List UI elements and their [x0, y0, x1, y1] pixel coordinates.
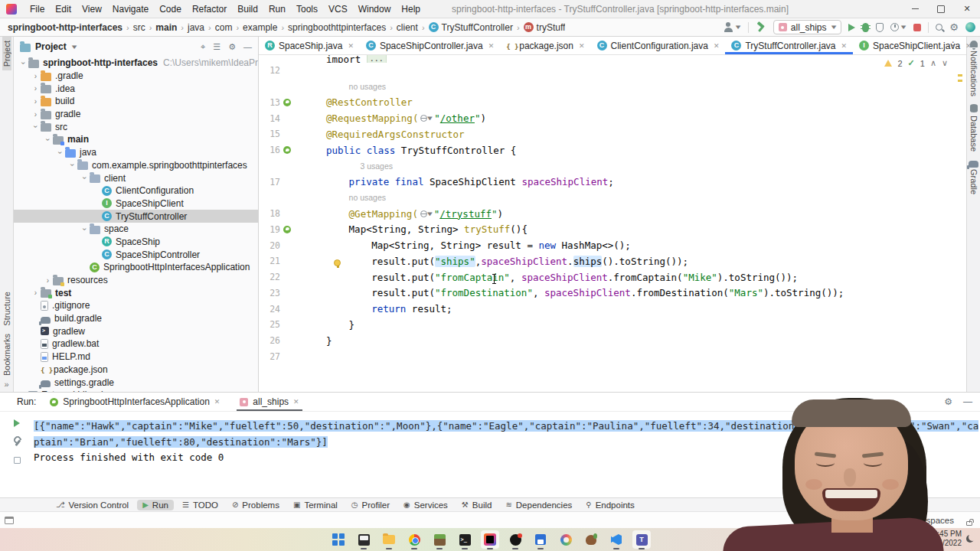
breadcrumb-item-springboothttpinterfaces[interactable]: springboothttpinterfaces: [288, 22, 386, 33]
more-tool-windows-button[interactable]: »: [4, 380, 8, 392]
coverage-button[interactable]: [876, 23, 884, 32]
project-panel-title[interactable]: Project: [35, 41, 67, 52]
tree-item-java[interactable]: ›java: [14, 146, 258, 159]
spring-bean-icon[interactable]: [283, 99, 291, 106]
menu-run[interactable]: Run: [263, 4, 291, 15]
menu-code[interactable]: Code: [154, 4, 187, 15]
menu-build[interactable]: Build: [232, 4, 263, 15]
tree-item--idea[interactable]: ›.idea: [14, 82, 258, 95]
tree-item-main[interactable]: ›main: [14, 133, 258, 146]
editor-tab-spaceship.java[interactable]: RSpaceShip.java✕: [259, 37, 360, 54]
tree-item-trystuffcontroller[interactable]: CTryStuffController: [14, 210, 258, 223]
tree-item-spaceship[interactable]: RSpaceShip: [14, 236, 258, 249]
search-everywhere-button[interactable]: [936, 24, 942, 31]
breadcrumb-item-example[interactable]: example: [243, 22, 277, 33]
minimize-panel-button[interactable]: —: [963, 396, 972, 407]
tree-item-gradlew[interactable]: gradlew: [14, 324, 258, 337]
breadcrumb-item-trystuff[interactable]: mtryStuff: [524, 22, 566, 33]
taskbar-icon-floppy[interactable]: [531, 530, 550, 549]
settings-button[interactable]: ⚙: [949, 22, 959, 32]
editor-tab-trystuffcontroller.java[interactable]: CTryStuffController.java✕: [725, 37, 853, 54]
tree-item--gitignore[interactable]: .gitignore: [14, 299, 258, 312]
toolwindow-button-dependencies[interactable]: ≋Dependencies: [500, 500, 577, 510]
tab-close-icon[interactable]: ✕: [841, 42, 848, 50]
stop-disabled-button[interactable]: [14, 457, 21, 464]
inspections-widget[interactable]: 2 ✓1 ∧ ∨: [881, 57, 951, 69]
window-stack-icon[interactable]: [5, 517, 14, 524]
panel-settings-icon[interactable]: ⚙: [228, 42, 236, 52]
breadcrumb-item-java[interactable]: java: [188, 22, 204, 33]
tree-expand-arrow[interactable]: ›: [31, 122, 40, 132]
spring-bean-icon[interactable]: [283, 226, 291, 233]
menu-refactor[interactable]: Refactor: [187, 4, 232, 15]
menu-help[interactable]: Help: [396, 4, 426, 15]
tree-item-gradle[interactable]: ›gradle: [14, 108, 258, 121]
prev-problem-button[interactable]: ∧: [930, 58, 936, 68]
run-button[interactable]: [848, 24, 855, 31]
editor-tab-package.json[interactable]: package.json✕: [500, 37, 590, 54]
intention-bulb-icon[interactable]: [334, 257, 341, 269]
code-editor[interactable]: 2 ✓1 ∧ ∨ import ...12no usages13@RestCon…: [259, 55, 966, 392]
tree-item-springboothttpinterfacesapplication[interactable]: CSpringbootHttpInterfacesApplication: [14, 261, 258, 274]
tree-item-settings-gradle[interactable]: settings.gradle: [14, 376, 258, 389]
editor-tab-spaceshipclient.java[interactable]: ISpaceShipClient.java✕: [853, 37, 978, 54]
build-hammer-icon[interactable]: [756, 22, 766, 32]
taskbar-icon-teams[interactable]: [632, 530, 651, 549]
run-console-output[interactable]: [{"name":"Hawk","captain":"Mike","fuelle…: [34, 412, 980, 497]
tree-expand-arrow[interactable]: ›: [56, 148, 64, 158]
code-with-me-button[interactable]: [965, 22, 975, 32]
toolwindow-button-profiler[interactable]: ◷Profiler: [346, 500, 395, 510]
tree-item-gradlew-bat[interactable]: gradlew.bat: [14, 337, 258, 350]
rerun-button[interactable]: [14, 419, 20, 427]
folded-imports-chip[interactable]: ...: [367, 55, 387, 63]
user-menu[interactable]: ▼: [724, 22, 741, 32]
taskbar-icon-term[interactable]: [456, 530, 474, 549]
usages-inlay-hint[interactable]: no usages: [349, 82, 386, 91]
tree-expand-arrow[interactable]: ›: [31, 72, 41, 80]
editor-tab-clientconfiguration.java[interactable]: CClientConfiguration.java✕: [591, 37, 726, 54]
tool-stripe-project[interactable]: Project: [2, 37, 11, 70]
tool-stripe-structure[interactable]: Structure: [2, 288, 11, 330]
taskbar-icon-chrome[interactable]: [405, 530, 423, 549]
spring-bean-icon[interactable]: [283, 146, 291, 154]
menu-navigate[interactable]: Navigate: [107, 4, 154, 15]
collapse-all-button[interactable]: ☰: [213, 42, 220, 52]
tree-item-package-json[interactable]: package.json: [14, 364, 258, 377]
select-opened-file-button[interactable]: ⌖: [201, 42, 205, 52]
taskbar-icon-cam[interactable]: [506, 530, 524, 549]
maximize-button[interactable]: [928, 0, 954, 18]
toolwindow-button-problems[interactable]: ⊘Problems: [227, 500, 285, 510]
run-configuration-select[interactable]: all_ships ▼: [773, 20, 842, 34]
tab-close-icon[interactable]: ✕: [488, 42, 495, 50]
usages-inlay-hint[interactable]: no usages: [349, 193, 386, 202]
taskbar-clock[interactable]: 9:45 PM1/14/2022: [928, 530, 975, 548]
tree-expand-arrow[interactable]: ›: [31, 289, 41, 297]
next-problem-button[interactable]: ∨: [942, 58, 948, 68]
tab-close-icon[interactable]: ✕: [579, 42, 585, 50]
tool-stripe-database[interactable]: Database: [969, 100, 978, 155]
taskbar-icon-snip[interactable]: [354, 530, 373, 549]
encoding-indicator[interactable]: UTF-8: [881, 516, 906, 525]
tool-stripe-notifications[interactable]: Notifications: [969, 37, 978, 100]
taskbar-icon-folder[interactable]: [380, 530, 398, 549]
tree-item-test[interactable]: ›test: [14, 286, 258, 299]
taskbar-icon-vscode[interactable]: [607, 530, 626, 549]
menu-view[interactable]: View: [77, 4, 107, 15]
tree-item-spaceshipcontroller[interactable]: CSpaceShipController: [14, 248, 258, 261]
run-tab-all_ships[interactable]: all_ships✕: [237, 393, 302, 411]
run-settings-icon[interactable]: ⚙: [944, 397, 952, 407]
taskbar-icon-share[interactable]: [557, 530, 575, 549]
tool-stripe-gradle[interactable]: Gradle: [969, 155, 978, 198]
minimize-button[interactable]: [902, 0, 928, 18]
tree-item-springboot-http-interfaces[interactable]: ›springboot-http-interfacesC:\Users\mike…: [14, 57, 258, 70]
taskbar-icon-mc[interactable]: [430, 530, 449, 549]
tab-options-icon[interactable]: ⋮: [949, 40, 959, 51]
tree-item-clientconfiguration[interactable]: CClientConfiguration: [14, 184, 258, 197]
tree-expand-arrow[interactable]: ›: [31, 97, 41, 106]
tree-expand-arrow[interactable]: ›: [19, 58, 28, 68]
close-button[interactable]: ✕: [954, 0, 980, 18]
tab-close-icon[interactable]: ✕: [293, 398, 299, 406]
tree-item--gradle[interactable]: ›.gradle: [14, 70, 258, 83]
editor-tab-spaceshipcontroller.java[interactable]: CSpaceShipController.java✕: [360, 37, 500, 54]
tree-item-client[interactable]: ›client: [14, 171, 258, 184]
